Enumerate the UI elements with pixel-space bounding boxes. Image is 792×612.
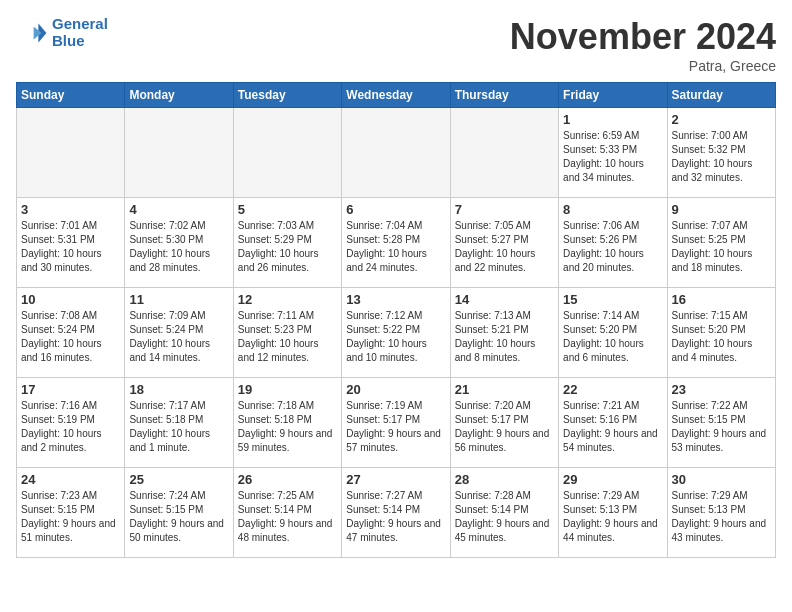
day-info: Sunrise: 7:28 AM Sunset: 5:14 PM Dayligh… (455, 489, 554, 545)
day-info: Sunrise: 7:27 AM Sunset: 5:14 PM Dayligh… (346, 489, 445, 545)
calendar-cell: 19Sunrise: 7:18 AM Sunset: 5:18 PM Dayli… (233, 378, 341, 468)
day-info: Sunrise: 7:21 AM Sunset: 5:16 PM Dayligh… (563, 399, 662, 455)
calendar-cell: 12Sunrise: 7:11 AM Sunset: 5:23 PM Dayli… (233, 288, 341, 378)
calendar-cell: 13Sunrise: 7:12 AM Sunset: 5:22 PM Dayli… (342, 288, 450, 378)
day-info: Sunrise: 7:18 AM Sunset: 5:18 PM Dayligh… (238, 399, 337, 455)
day-info: Sunrise: 7:29 AM Sunset: 5:13 PM Dayligh… (563, 489, 662, 545)
weekday-header: Saturday (667, 83, 775, 108)
calendar-cell: 14Sunrise: 7:13 AM Sunset: 5:21 PM Dayli… (450, 288, 558, 378)
month-title: November 2024 (510, 16, 776, 58)
day-number: 7 (455, 202, 554, 217)
calendar-cell: 5Sunrise: 7:03 AM Sunset: 5:29 PM Daylig… (233, 198, 341, 288)
day-number: 29 (563, 472, 662, 487)
day-info: Sunrise: 7:29 AM Sunset: 5:13 PM Dayligh… (672, 489, 771, 545)
calendar-cell: 2Sunrise: 7:00 AM Sunset: 5:32 PM Daylig… (667, 108, 775, 198)
calendar-cell (342, 108, 450, 198)
weekday-header: Monday (125, 83, 233, 108)
day-number: 20 (346, 382, 445, 397)
day-number: 15 (563, 292, 662, 307)
day-number: 1 (563, 112, 662, 127)
day-info: Sunrise: 7:01 AM Sunset: 5:31 PM Dayligh… (21, 219, 120, 275)
day-number: 27 (346, 472, 445, 487)
day-number: 23 (672, 382, 771, 397)
day-number: 14 (455, 292, 554, 307)
day-info: Sunrise: 7:08 AM Sunset: 5:24 PM Dayligh… (21, 309, 120, 365)
day-info: Sunrise: 7:23 AM Sunset: 5:15 PM Dayligh… (21, 489, 120, 545)
day-number: 10 (21, 292, 120, 307)
title-block: November 2024 Patra, Greece (510, 16, 776, 74)
calendar-cell: 29Sunrise: 7:29 AM Sunset: 5:13 PM Dayli… (559, 468, 667, 558)
day-info: Sunrise: 7:07 AM Sunset: 5:25 PM Dayligh… (672, 219, 771, 275)
day-number: 18 (129, 382, 228, 397)
day-number: 4 (129, 202, 228, 217)
weekday-header: Wednesday (342, 83, 450, 108)
calendar-cell: 4Sunrise: 7:02 AM Sunset: 5:30 PM Daylig… (125, 198, 233, 288)
day-number: 9 (672, 202, 771, 217)
day-number: 8 (563, 202, 662, 217)
calendar: SundayMondayTuesdayWednesdayThursdayFrid… (16, 82, 776, 558)
weekday-header: Thursday (450, 83, 558, 108)
day-number: 5 (238, 202, 337, 217)
day-info: Sunrise: 7:14 AM Sunset: 5:20 PM Dayligh… (563, 309, 662, 365)
calendar-cell: 3Sunrise: 7:01 AM Sunset: 5:31 PM Daylig… (17, 198, 125, 288)
calendar-cell: 18Sunrise: 7:17 AM Sunset: 5:18 PM Dayli… (125, 378, 233, 468)
day-info: Sunrise: 7:13 AM Sunset: 5:21 PM Dayligh… (455, 309, 554, 365)
day-info: Sunrise: 7:20 AM Sunset: 5:17 PM Dayligh… (455, 399, 554, 455)
calendar-cell: 17Sunrise: 7:16 AM Sunset: 5:19 PM Dayli… (17, 378, 125, 468)
calendar-cell: 7Sunrise: 7:05 AM Sunset: 5:27 PM Daylig… (450, 198, 558, 288)
location: Patra, Greece (510, 58, 776, 74)
day-info: Sunrise: 7:16 AM Sunset: 5:19 PM Dayligh… (21, 399, 120, 455)
calendar-cell (17, 108, 125, 198)
calendar-cell: 16Sunrise: 7:15 AM Sunset: 5:20 PM Dayli… (667, 288, 775, 378)
day-info: Sunrise: 7:06 AM Sunset: 5:26 PM Dayligh… (563, 219, 662, 275)
weekday-header: Sunday (17, 83, 125, 108)
calendar-cell: 23Sunrise: 7:22 AM Sunset: 5:15 PM Dayli… (667, 378, 775, 468)
calendar-cell: 25Sunrise: 7:24 AM Sunset: 5:15 PM Dayli… (125, 468, 233, 558)
calendar-cell: 9Sunrise: 7:07 AM Sunset: 5:25 PM Daylig… (667, 198, 775, 288)
day-info: Sunrise: 7:04 AM Sunset: 5:28 PM Dayligh… (346, 219, 445, 275)
calendar-cell: 10Sunrise: 7:08 AM Sunset: 5:24 PM Dayli… (17, 288, 125, 378)
day-number: 25 (129, 472, 228, 487)
calendar-cell (125, 108, 233, 198)
calendar-cell: 15Sunrise: 7:14 AM Sunset: 5:20 PM Dayli… (559, 288, 667, 378)
day-number: 6 (346, 202, 445, 217)
calendar-cell: 1Sunrise: 6:59 AM Sunset: 5:33 PM Daylig… (559, 108, 667, 198)
calendar-week-row: 3Sunrise: 7:01 AM Sunset: 5:31 PM Daylig… (17, 198, 776, 288)
calendar-cell: 8Sunrise: 7:06 AM Sunset: 5:26 PM Daylig… (559, 198, 667, 288)
day-number: 21 (455, 382, 554, 397)
calendar-cell: 24Sunrise: 7:23 AM Sunset: 5:15 PM Dayli… (17, 468, 125, 558)
day-info: Sunrise: 7:17 AM Sunset: 5:18 PM Dayligh… (129, 399, 228, 455)
calendar-cell (450, 108, 558, 198)
day-number: 26 (238, 472, 337, 487)
day-number: 16 (672, 292, 771, 307)
calendar-cell: 6Sunrise: 7:04 AM Sunset: 5:28 PM Daylig… (342, 198, 450, 288)
day-number: 19 (238, 382, 337, 397)
calendar-week-row: 24Sunrise: 7:23 AM Sunset: 5:15 PM Dayli… (17, 468, 776, 558)
calendar-cell: 11Sunrise: 7:09 AM Sunset: 5:24 PM Dayli… (125, 288, 233, 378)
day-info: Sunrise: 7:12 AM Sunset: 5:22 PM Dayligh… (346, 309, 445, 365)
day-info: Sunrise: 7:05 AM Sunset: 5:27 PM Dayligh… (455, 219, 554, 275)
day-number: 24 (21, 472, 120, 487)
logo-icon (16, 17, 48, 49)
calendar-cell: 26Sunrise: 7:25 AM Sunset: 5:14 PM Dayli… (233, 468, 341, 558)
day-number: 13 (346, 292, 445, 307)
day-info: Sunrise: 7:03 AM Sunset: 5:29 PM Dayligh… (238, 219, 337, 275)
day-number: 11 (129, 292, 228, 307)
day-info: Sunrise: 6:59 AM Sunset: 5:33 PM Dayligh… (563, 129, 662, 185)
calendar-cell: 21Sunrise: 7:20 AM Sunset: 5:17 PM Dayli… (450, 378, 558, 468)
logo-text: General Blue (52, 16, 108, 49)
day-number: 17 (21, 382, 120, 397)
weekday-header: Tuesday (233, 83, 341, 108)
day-number: 22 (563, 382, 662, 397)
day-info: Sunrise: 7:00 AM Sunset: 5:32 PM Dayligh… (672, 129, 771, 185)
day-number: 12 (238, 292, 337, 307)
logo: General Blue (16, 16, 108, 49)
day-number: 3 (21, 202, 120, 217)
calendar-cell: 20Sunrise: 7:19 AM Sunset: 5:17 PM Dayli… (342, 378, 450, 468)
day-info: Sunrise: 7:09 AM Sunset: 5:24 PM Dayligh… (129, 309, 228, 365)
calendar-cell: 27Sunrise: 7:27 AM Sunset: 5:14 PM Dayli… (342, 468, 450, 558)
weekday-header-row: SundayMondayTuesdayWednesdayThursdayFrid… (17, 83, 776, 108)
calendar-week-row: 10Sunrise: 7:08 AM Sunset: 5:24 PM Dayli… (17, 288, 776, 378)
day-number: 2 (672, 112, 771, 127)
calendar-cell: 22Sunrise: 7:21 AM Sunset: 5:16 PM Dayli… (559, 378, 667, 468)
